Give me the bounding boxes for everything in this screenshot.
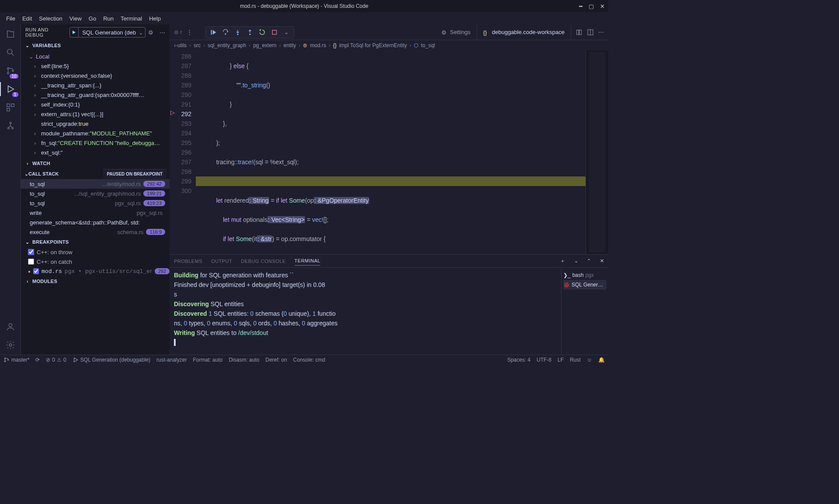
variable-row[interactable]: strict_upgrade: true	[21, 119, 170, 128]
menu-selection[interactable]: Selection	[35, 14, 66, 24]
menu-help[interactable]: Help	[146, 14, 164, 24]
breakpoint-checkbox[interactable]	[28, 259, 34, 265]
debug-config-select[interactable]: SQL Generation (debu ⌄	[69, 27, 146, 38]
menu-go[interactable]: Go	[85, 14, 100, 24]
code-editor[interactable]: 2862872882892902912922932942952962972982…	[170, 51, 608, 254]
menu-run[interactable]: Run	[100, 14, 117, 24]
menu-edit[interactable]: Edit	[19, 14, 35, 24]
add-terminal-icon[interactable]: ＋	[560, 256, 565, 266]
scope-local[interactable]: ⌄Local	[21, 52, 170, 61]
variable-row[interactable]: ›ext_sql: "	[21, 148, 170, 157]
breakpoint-line: 292	[155, 268, 170, 274]
continue-icon[interactable]	[209, 28, 217, 36]
tab-settings[interactable]: ⚙ Settings	[435, 24, 477, 40]
restart-icon[interactable]	[258, 28, 266, 36]
step-into-icon[interactable]	[234, 28, 242, 36]
encoding-status[interactable]: UTF-8	[537, 357, 551, 363]
ellipsis-icon[interactable]: ⋯	[598, 29, 604, 35]
terminal-item[interactable]: 🐞SQL Gener…	[563, 280, 607, 290]
feedback-icon[interactable]: ☺	[587, 357, 592, 363]
terminal-item[interactable]: ❯_bash pgx	[563, 270, 607, 280]
errors-warnings[interactable]: ⊘ 0 ⚠ 0	[46, 357, 66, 363]
breakpoint-indicator-icon[interactable]: ▷	[170, 109, 175, 116]
panel-tab-debugconsole[interactable]: DEBUG CONSOLE	[241, 257, 285, 266]
variable-row[interactable]: ›context: {versioned_so:false}	[21, 71, 170, 80]
deref-status[interactable]: Deref: on	[265, 357, 287, 363]
sync-icon[interactable]: ⟳	[35, 357, 40, 363]
code-body[interactable]: } else { "".to_string() } }, ); tracing:…	[196, 51, 608, 254]
terminal-output[interactable]: Building for SQL generation with feature…	[170, 268, 561, 355]
variable-row[interactable]: ›self_index: {0:1}	[21, 100, 170, 109]
console-status[interactable]: Console: cmd	[293, 357, 325, 363]
variable-row[interactable]: ›__tracing_attr_guard: {span:0x00007ffff…	[21, 90, 170, 100]
close-panel-icon[interactable]: ✕	[600, 256, 604, 266]
step-over-icon[interactable]	[222, 28, 229, 36]
spaces-status[interactable]: Spaces: 4	[507, 357, 530, 363]
callstack-frame[interactable]: executeschema.rs116:9	[21, 227, 170, 237]
callstack-frame[interactable]: to_sql.../sql_entity_graph/mod.rs199:21	[21, 189, 170, 198]
ellipsis-icon[interactable]: ⋯	[159, 29, 165, 36]
menu-view[interactable]: View	[66, 14, 85, 24]
watch-section[interactable]: ›WATCH	[21, 158, 170, 169]
explorer-icon[interactable]	[4, 28, 17, 40]
svg-point-8	[7, 128, 9, 129]
panel-tab-terminal[interactable]: TERMINAL	[295, 256, 321, 266]
breadcrumbs[interactable]: ‹-utils› src› sql_entity_graph› pg_exter…	[170, 40, 608, 51]
stop-icon[interactable]	[270, 28, 278, 36]
debug-status[interactable]: SQL Generation (debuggable)	[73, 357, 150, 363]
panel-tab-output[interactable]: OUTPUT	[211, 257, 232, 266]
bell-icon[interactable]: 🔔	[598, 357, 605, 363]
chevron-down-icon[interactable]: ⌄	[283, 28, 291, 36]
git-branch[interactable]: master*	[3, 357, 29, 363]
compare-icon[interactable]	[576, 29, 582, 36]
account-icon[interactable]	[4, 321, 17, 333]
json-icon: {}	[483, 29, 489, 35]
callstack-frame[interactable]: generate_schema<&std::path::PathBuf, std…	[21, 217, 170, 227]
callstack-frame[interactable]: to_sql.../entity/mod.rs292:42	[21, 179, 170, 189]
play-icon[interactable]	[70, 28, 79, 37]
format-status[interactable]: Format: auto	[193, 357, 222, 363]
disasm-status[interactable]: Disasm: auto	[229, 357, 259, 363]
step-out-icon[interactable]	[246, 28, 254, 36]
menu-file[interactable]: File	[3, 14, 19, 24]
chevron-down-icon[interactable]: ⌄	[574, 256, 579, 266]
gear-icon[interactable]	[4, 339, 17, 351]
breakpoints-section[interactable]: ⌄BREAKPOINTS	[21, 237, 170, 247]
breakpoint-checkbox[interactable]	[33, 268, 39, 274]
minimize-icon[interactable]: ━	[579, 3, 582, 10]
minimap[interactable]	[586, 51, 608, 254]
variable-row[interactable]: ›__tracing_attr_span: {...}	[21, 80, 170, 90]
close-icon[interactable]: ✕	[600, 3, 605, 10]
ellipsis-icon[interactable]: ⋮	[187, 29, 192, 35]
modules-section[interactable]: ›MODULES	[21, 276, 170, 287]
maximize-panel-icon[interactable]: ⌃	[587, 256, 591, 266]
maximize-icon[interactable]: ▢	[589, 3, 594, 10]
debug-icon[interactable]: 1	[4, 83, 17, 95]
chevron-down-icon[interactable]: ⌄	[136, 28, 145, 37]
callstack-section[interactable]: ⌄CALL STACK PAUSED ON BREAKPOINT	[21, 169, 170, 179]
tab-workspace[interactable]: {} debuggable.code-workspace	[477, 24, 571, 40]
gear-icon[interactable]: ⚙	[148, 29, 153, 36]
search-icon[interactable]	[4, 46, 17, 59]
breakpoint-row[interactable]: C++: on catch	[21, 257, 170, 266]
debug-toolbar: ⌄	[205, 26, 295, 38]
menu-terminal[interactable]: Terminal	[117, 14, 146, 24]
panel-tab-problems[interactable]: PROBLEMS	[174, 257, 202, 266]
variable-row[interactable]: ›module_pathname: "MODULE_PATHNAME"	[21, 128, 170, 138]
lang-status[interactable]: Rust	[570, 357, 581, 363]
breakpoint-row[interactable]: C++: on throw	[21, 247, 170, 257]
scm-icon[interactable]: 10	[4, 65, 17, 77]
breakpoint-checkbox[interactable]	[28, 249, 34, 255]
variables-section[interactable]: ⌄VARIABLES	[21, 40, 170, 51]
callstack-frame[interactable]: to_sqlpgx_sql.rs419:23	[21, 198, 170, 208]
variable-row[interactable]: ›extern_attrs: (1) vec![{...}]	[21, 109, 170, 119]
eol-status[interactable]: LF	[558, 357, 564, 363]
tree-icon[interactable]	[4, 120, 17, 132]
breakpoint-file[interactable]: ● mod.rs pgx • pgx-utils/src/sql_entity_…	[21, 266, 170, 276]
split-icon[interactable]	[587, 29, 594, 36]
extensions-icon[interactable]	[4, 101, 17, 114]
variable-row[interactable]: ›self: {line:5}	[21, 61, 170, 71]
rust-analyzer[interactable]: rust-analyzer	[156, 357, 187, 363]
callstack-frame[interactable]: writepgx_sql.rs	[21, 208, 170, 217]
variable-row[interactable]: ›fn_sql: "CREATE FUNCTION "hello_debugga…	[21, 138, 170, 148]
